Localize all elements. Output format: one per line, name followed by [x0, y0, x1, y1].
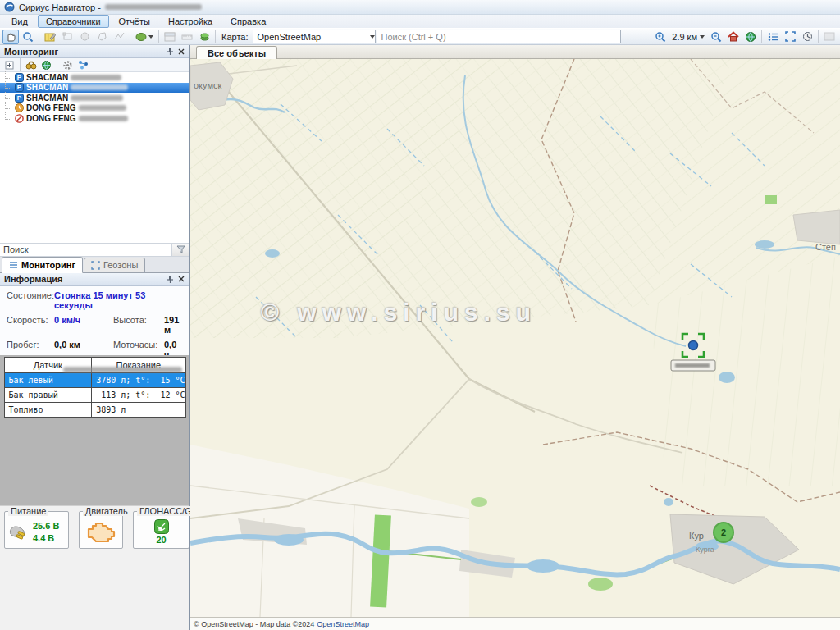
menu-settings[interactable]: Настройка — [160, 15, 221, 28]
tree-empty-area — [0, 124, 189, 243]
clock-icon — [802, 31, 813, 42]
hand-icon — [5, 31, 16, 43]
payments-button[interactable] — [196, 30, 212, 44]
panel-toggle-button[interactable] — [162, 30, 178, 44]
show-all-objects-button[interactable] — [742, 30, 759, 44]
satellite-count: 20 — [156, 535, 166, 545]
map-tab-all-objects[interactable]: Все объекты — [196, 46, 277, 59]
vehicle-row[interactable]: P SHACMAN — [0, 93, 189, 103]
vehicle-name: SHACMAN — [26, 94, 68, 103]
pin-panel-button[interactable] — [164, 46, 176, 57]
status-gauges: Питание 25.6 В 4.4 В Двигатель — [0, 505, 189, 630]
minimap-button[interactable] — [821, 30, 838, 44]
engine-gauge: Двигатель — [79, 511, 123, 549]
history-button[interactable] — [799, 30, 815, 44]
close-panel-button[interactable] — [176, 274, 187, 285]
ruler-icon — [181, 33, 193, 41]
ruler-button[interactable] — [179, 30, 195, 44]
map-scale-select[interactable]: 2.9 км — [669, 30, 707, 44]
map-canvas[interactable]: окумск Степ Кур Курга 2 — [190, 59, 840, 617]
object-list-button[interactable] — [765, 30, 781, 44]
map-controls-group: 2.9 км — [652, 30, 838, 44]
geozone-polygon-button[interactable] — [94, 30, 110, 44]
track-color-icon — [135, 32, 148, 42]
tree-branch — [5, 112, 11, 120]
info-panel-header: Информация — [0, 273, 189, 286]
zoom-out-button[interactable] — [708, 30, 724, 44]
sensor-row[interactable]: Бак правый 113 л; t°: 12 °C — [4, 387, 185, 402]
tab-geozones[interactable]: Геозоны — [84, 258, 145, 272]
home-icon — [728, 31, 739, 42]
sensor-row[interactable]: Топливо 3893 л — [4, 402, 185, 417]
home-view-button[interactable] — [725, 30, 742, 44]
tree-toolbar — [0, 58, 189, 72]
zoom-in-button[interactable] — [652, 30, 669, 44]
close-icon — [178, 48, 185, 55]
state-label: Состояние: — [7, 290, 54, 310]
pin-icon — [167, 47, 174, 56]
parked-status-icon: P — [14, 93, 24, 103]
filter-button[interactable] — [171, 244, 189, 256]
zoom-tool-button[interactable] — [20, 30, 36, 44]
vehicle-row[interactable]: DONG FENG — [0, 103, 189, 114]
vehicle-map-label-redacted — [675, 363, 710, 368]
toolbar-separator — [818, 30, 819, 43]
tree-settings-button[interactable] — [61, 59, 75, 71]
geozone-circle-button[interactable] — [76, 30, 93, 44]
svg-text:P: P — [16, 74, 21, 81]
menu-help[interactable]: Справка — [222, 15, 274, 28]
info-panel-title: Информация — [4, 274, 164, 284]
tree-branch — [5, 92, 11, 99]
pan-tool-button[interactable] — [2, 30, 19, 44]
geozone-polyline-button[interactable] — [111, 30, 127, 44]
find-object-button[interactable] — [24, 59, 38, 71]
sensor-row-selected[interactable]: Бак левый 3780 л; t°: 15 °C — [4, 372, 185, 387]
minimap-icon — [824, 32, 835, 41]
main-toolbar: Карта: OpenStreetMap 2.9 км — [0, 28, 840, 45]
tab-monitoring[interactable]: Мониторинг — [2, 257, 83, 273]
menu-view[interactable]: Вид — [3, 15, 36, 28]
edit-map-button[interactable] — [42, 30, 58, 44]
window-title-redacted — [105, 4, 202, 10]
money-icon — [199, 31, 210, 42]
selection-frame-icon — [785, 31, 796, 42]
menu-directories[interactable]: Справочники — [38, 15, 109, 28]
map-provider-select[interactable]: OpenStreetMap — [253, 30, 376, 43]
svg-text:P: P — [16, 84, 21, 92]
vehicle-name-redacted — [71, 84, 128, 90]
vehicle-name-redacted — [79, 116, 128, 121]
hierarchy-icon — [78, 60, 89, 70]
pin-panel-button[interactable] — [164, 274, 176, 285]
global-search-input[interactable] — [377, 30, 621, 43]
power-gauge: Питание 25.6 В 4.4 В — [4, 511, 69, 549]
tree-search-input[interactable] — [0, 244, 171, 256]
vehicle-name: SHACMAN — [26, 73, 68, 82]
close-icon — [178, 276, 185, 282]
vehicle-name-redacted — [71, 75, 121, 80]
geozone-rect-button[interactable] — [59, 30, 75, 44]
dropdown-caret-icon — [700, 35, 705, 39]
vehicle-row-selected[interactable]: P SHACMAN — [0, 83, 189, 94]
attribution-link[interactable]: OpenStreetMap — [317, 620, 369, 628]
geozone-frame-button[interactable] — [782, 30, 798, 44]
circle-shape-icon — [80, 31, 90, 42]
monitoring-panel-title: Мониторинг — [4, 47, 164, 57]
sensor-value: 3893 л — [92, 402, 185, 417]
expand-all-button[interactable] — [2, 59, 16, 71]
gear-icon — [62, 60, 73, 71]
track-color-button[interactable] — [133, 30, 156, 44]
polygon-shape-icon — [97, 31, 107, 42]
menu-reports[interactable]: Отчёты — [111, 15, 158, 28]
vehicle-row[interactable]: P SHACMAN — [0, 72, 189, 83]
polyline-shape-icon — [114, 31, 125, 42]
vehicle-row[interactable]: DONG FENG — [0, 113, 189, 124]
toolbar-separator — [39, 30, 39, 43]
vehicle-name: DONG FENG — [26, 114, 76, 123]
offline-status-icon — [14, 113, 24, 123]
cluster-marker[interactable]: 2 — [714, 523, 733, 542]
backup-voltage-value: 4.4 В — [33, 533, 54, 543]
grouping-button[interactable] — [76, 59, 90, 71]
close-panel-button[interactable] — [176, 46, 187, 57]
info-panel-body: Состояние: Стоянка 15 минут 53 секунды С… — [0, 286, 189, 355]
show-on-map-button[interactable] — [39, 59, 53, 71]
